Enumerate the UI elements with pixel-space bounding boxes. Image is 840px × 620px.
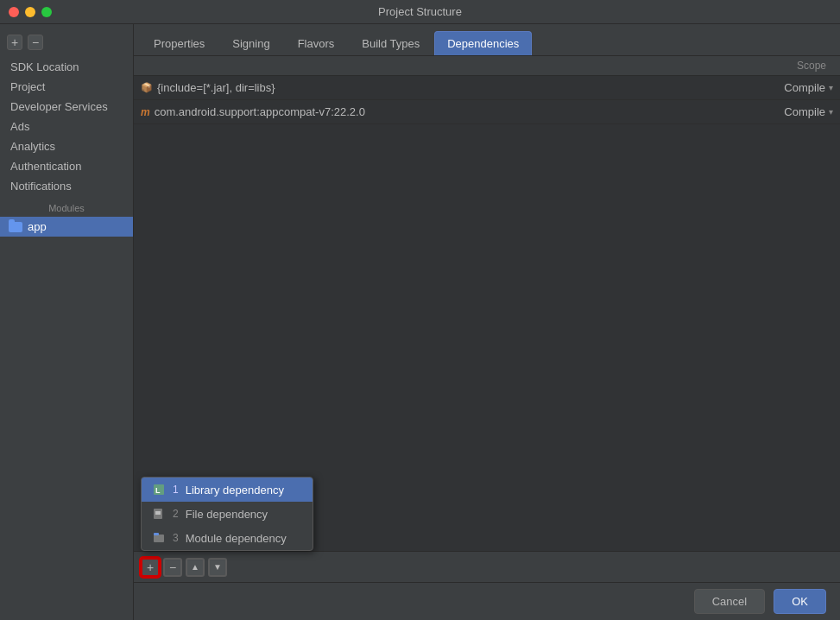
sidebar-remove-button[interactable]: −	[28, 35, 43, 50]
tabs-bar: Properties Signing Flavors Build Types D…	[134, 24, 840, 56]
table-header: Scope	[134, 56, 840, 76]
sidebar: + − SDK Location Project Developer Servi…	[0, 24, 134, 620]
sidebar-module-app[interactable]: app	[0, 217, 133, 237]
sidebar-actions: + −	[0, 31, 133, 57]
tab-signing[interactable]: Signing	[219, 31, 282, 55]
row-scope: Compile ▾	[729, 81, 833, 94]
sidebar-item-analytics[interactable]: Analytics	[0, 136, 133, 156]
scope-dropdown-arrow[interactable]: ▾	[829, 107, 833, 117]
sidebar-item-project[interactable]: Project	[0, 77, 133, 97]
jar-icon: 📦	[141, 82, 153, 93]
library-dep-icon: L	[152, 483, 166, 497]
row-scope: Compile ▾	[729, 105, 833, 118]
dependency-type-dropdown: L 1 Library dependency	[141, 477, 313, 551]
maximize-button[interactable]	[41, 7, 52, 17]
add-dependency-button[interactable]: +	[141, 558, 160, 577]
content-area: Properties Signing Flavors Build Types D…	[134, 24, 840, 582]
window-controls	[9, 7, 52, 17]
modules-section-label: Modules	[0, 196, 133, 217]
move-down-button[interactable]: ▼	[208, 558, 227, 577]
sidebar-item-authentication[interactable]: Authentication	[0, 156, 133, 176]
move-up-button[interactable]: ▲	[186, 558, 205, 577]
svg-rect-5	[154, 535, 164, 542]
ok-button[interactable]: OK	[774, 589, 826, 614]
svg-text:L: L	[155, 486, 161, 495]
window-title: Project Structure	[378, 5, 462, 18]
maven-icon: m	[141, 106, 150, 118]
table-row[interactable]: 📦 {include=[*.jar], dir=libs} Compile ▾	[134, 76, 840, 100]
sidebar-item-notifications[interactable]: Notifications	[0, 176, 133, 196]
content-wrapper: Properties Signing Flavors Build Types D…	[134, 24, 840, 620]
scope-dropdown-arrow[interactable]: ▾	[829, 83, 833, 92]
sidebar-item-ads[interactable]: Ads	[0, 117, 133, 136]
dialog-footer: Cancel OK	[134, 582, 840, 620]
bottom-toolbar: + − ▲ ▼ L	[134, 551, 840, 582]
tab-flavors[interactable]: Flavors	[285, 31, 348, 55]
tab-properties[interactable]: Properties	[141, 31, 218, 55]
title-bar: Project Structure	[0, 0, 840, 24]
row-name: 📦 {include=[*.jar], dir=libs}	[141, 81, 729, 94]
main-layout: + − SDK Location Project Developer Servi…	[0, 24, 840, 620]
remove-dependency-button[interactable]: −	[163, 558, 182, 577]
table-header-scope-col: Scope	[729, 60, 833, 72]
dropdown-item-module[interactable]: 3 Module dependency	[142, 526, 313, 550]
minimize-button[interactable]	[25, 7, 35, 17]
sidebar-item-sdk-location[interactable]: SDK Location	[0, 57, 133, 77]
tab-build-types[interactable]: Build Types	[349, 31, 433, 55]
dropdown-item-file[interactable]: 2 File dependency	[142, 502, 313, 526]
sidebar-add-button[interactable]: +	[7, 35, 22, 50]
folder-icon	[9, 222, 22, 232]
close-button[interactable]	[9, 7, 19, 17]
file-dep-icon	[152, 507, 166, 521]
dropdown-item-library[interactable]: L 1 Library dependency	[142, 478, 313, 502]
sidebar-item-developer-services[interactable]: Developer Services	[0, 97, 133, 117]
module-dep-icon	[152, 531, 166, 545]
tab-dependencies[interactable]: Dependencies	[434, 31, 532, 55]
svg-rect-6	[154, 533, 159, 535]
row-name: m com.android.support:appcompat-v7:22.2.…	[141, 105, 729, 118]
table-row[interactable]: m com.android.support:appcompat-v7:22.2.…	[134, 100, 840, 124]
cancel-button[interactable]: Cancel	[694, 589, 765, 614]
